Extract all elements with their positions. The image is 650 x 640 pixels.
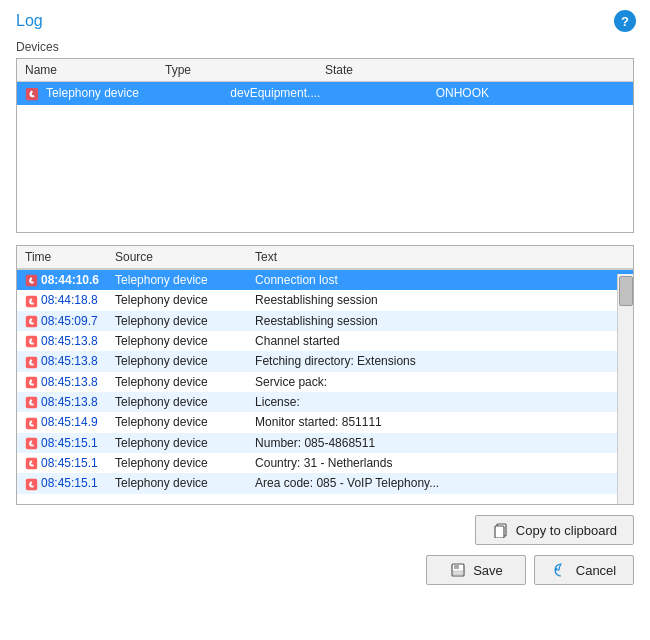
log-text-cell: Country: 31 - Netherlands (247, 453, 633, 473)
log-col-source: Source (107, 246, 247, 269)
scrollbar-thumb[interactable] (619, 276, 633, 306)
copy-to-clipboard-button[interactable]: Copy to clipboard (475, 515, 634, 545)
log-text-cell: License: (247, 392, 633, 412)
help-icon[interactable]: ? (614, 10, 636, 32)
log-data-table: TimeSourceText 08:44:10.6 Telephony devi… (17, 269, 633, 494)
log-row[interactable]: 08:44:10.6 Telephony device Connection l… (17, 270, 633, 291)
log-time-cell: 08:45:15.1 (17, 473, 107, 493)
log-col-text: Text (247, 246, 633, 269)
log-text-cell: Service pack: (247, 372, 633, 392)
log-source-cell: Telephony device (107, 392, 247, 412)
cancel-button-label: Cancel (576, 563, 616, 578)
svg-rect-9 (26, 438, 37, 449)
log-source-cell: Telephony device (107, 412, 247, 432)
svg-rect-3 (26, 316, 37, 327)
log-row[interactable]: 08:45:15.1 Telephony device Country: 31 … (17, 453, 633, 473)
log-table: TimeSourceText (17, 246, 633, 269)
device-type-cell: devEquipment.... (222, 82, 427, 105)
dialog: ? Log Devices NameTypeState Telephony de… (0, 0, 650, 640)
log-row[interactable]: 08:44:18.8 Telephony device Reestablishi… (17, 290, 633, 310)
log-text-cell: Area code: 085 - VoIP Telephony... (247, 473, 633, 493)
svg-rect-7 (26, 397, 37, 408)
log-text-cell: Reestablishing session (247, 290, 633, 310)
clipboard-icon (492, 521, 510, 539)
log-text-cell: Monitor started: 851111 (247, 412, 633, 432)
page-title: Log (16, 12, 634, 30)
log-source-cell: Telephony device (107, 270, 247, 291)
svg-rect-8 (26, 417, 37, 428)
svg-rect-1 (26, 275, 37, 286)
svg-rect-4 (26, 336, 37, 347)
log-time-cell: 08:45:13.8 (17, 351, 107, 371)
log-source-cell: Telephony device (107, 290, 247, 310)
log-source-cell: Telephony device (107, 473, 247, 493)
save-icon (449, 561, 467, 579)
log-row[interactable]: 08:45:13.8 Telephony device Service pack… (17, 372, 633, 392)
svg-rect-0 (26, 88, 38, 100)
save-button[interactable]: Save (426, 555, 526, 585)
copy-button-label: Copy to clipboard (516, 523, 617, 538)
svg-rect-11 (26, 478, 37, 489)
log-source-cell: Telephony device (107, 453, 247, 473)
device-name-cell: Telephony device (17, 82, 222, 105)
log-time-cell: 08:44:10.6 (17, 270, 107, 291)
log-text-cell: Number: 085-4868511 (247, 433, 633, 453)
log-source-cell: Telephony device (107, 351, 247, 371)
log-row[interactable]: 08:45:13.8 Telephony device Channel star… (17, 331, 633, 351)
svg-rect-13 (495, 526, 504, 538)
log-table-container: TimeSourceText TimeSourceText 08:44:10.6… (16, 245, 634, 505)
log-text-cell: Channel started (247, 331, 633, 351)
svg-rect-10 (26, 458, 37, 469)
log-source-cell: Telephony device (107, 311, 247, 331)
devices-col-type: Type (157, 59, 317, 82)
buttons-row: Copy to clipboard (16, 515, 634, 545)
log-source-cell: Telephony device (107, 433, 247, 453)
svg-rect-5 (26, 356, 37, 367)
device-state-cell: ONHOOK (428, 82, 633, 105)
device-row[interactable]: Telephony device devEquipment.... ONHOOK (17, 82, 633, 105)
log-text-cell: Fetching directory: Extensions (247, 351, 633, 371)
log-row[interactable]: 08:45:15.1 Telephony device Area code: 0… (17, 473, 633, 493)
cancel-icon (552, 561, 570, 579)
log-time-cell: 08:45:14.9 (17, 412, 107, 432)
log-time-cell: 08:45:15.1 (17, 453, 107, 473)
log-time-cell: 08:45:13.8 (17, 372, 107, 392)
log-time-cell: 08:45:09.7 (17, 311, 107, 331)
log-row[interactable]: 08:45:14.9 Telephony device Monitor star… (17, 412, 633, 432)
devices-table-container: NameTypeState Telephony device devEquipm… (16, 58, 634, 233)
devices-col-name: Name (17, 59, 157, 82)
svg-rect-16 (453, 571, 463, 575)
save-cancel-row: Save Cancel (16, 555, 634, 585)
svg-rect-6 (26, 377, 37, 388)
log-source-cell: Telephony device (107, 331, 247, 351)
log-text-cell: Reestablishing session (247, 311, 633, 331)
cancel-button[interactable]: Cancel (534, 555, 634, 585)
svg-rect-2 (26, 295, 37, 306)
save-button-label: Save (473, 563, 503, 578)
log-row[interactable]: 08:45:09.7 Telephony device Reestablishi… (17, 311, 633, 331)
log-source-cell: Telephony device (107, 372, 247, 392)
log-col-time: Time (17, 246, 107, 269)
svg-rect-15 (454, 564, 459, 569)
log-row[interactable]: 08:45:13.8 Telephony device License: (17, 392, 633, 412)
log-time-cell: 08:45:13.8 (17, 331, 107, 351)
log-scroll-area[interactable]: TimeSourceText 08:44:10.6 Telephony devi… (17, 269, 633, 499)
log-text-cell: Connection lost (247, 270, 633, 291)
devices-label: Devices (16, 40, 634, 54)
devices-table: NameTypeState Telephony device devEquipm… (17, 59, 633, 202)
devices-col-state: State (317, 59, 633, 82)
log-row[interactable]: 08:45:15.1 Telephony device Number: 085-… (17, 433, 633, 453)
log-time-cell: 08:45:15.1 (17, 433, 107, 453)
log-time-cell: 08:44:18.8 (17, 290, 107, 310)
scrollbar[interactable] (617, 274, 633, 505)
log-time-cell: 08:45:13.8 (17, 392, 107, 412)
log-row[interactable]: 08:45:13.8 Telephony device Fetching dir… (17, 351, 633, 371)
